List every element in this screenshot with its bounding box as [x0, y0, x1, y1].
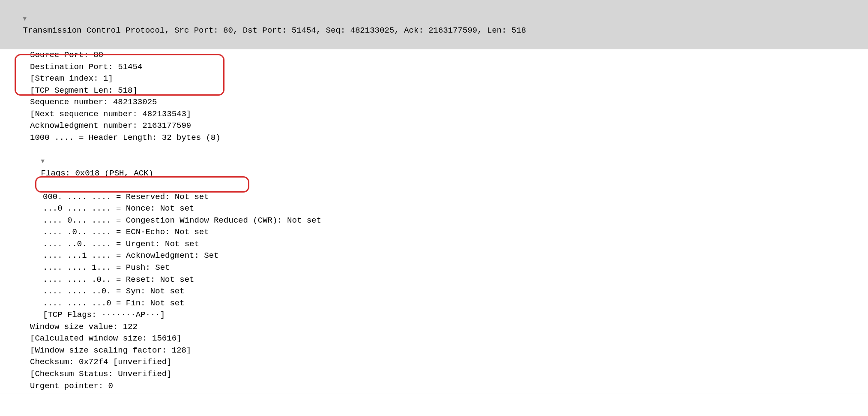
- flag-urgent[interactable]: .... ..0. .... = Urgent: Not set: [0, 238, 868, 250]
- flag-nonce[interactable]: ...0 .... .... = Nonce: Not set: [0, 203, 868, 215]
- field-window-scaling[interactable]: [Window size scaling factor: 128]: [0, 345, 868, 357]
- field-checksum-status[interactable]: [Checksum Status: Unverified]: [0, 368, 868, 380]
- flag-ack[interactable]: .... ...1 .... = Acknowledgment: Set: [0, 250, 868, 262]
- flag-syn[interactable]: .... .... ..0. = Syn: Not set: [0, 286, 868, 298]
- tcp-flags-string[interactable]: [TCP Flags: ·······AP···]: [0, 309, 868, 321]
- caret-down-icon: ▼: [41, 157, 47, 166]
- tcp-summary: Transmission Control Protocol, Src Port:…: [23, 26, 526, 35]
- field-checksum[interactable]: Checksum: 0x72f4 [unverified]: [0, 356, 868, 368]
- flag-reset[interactable]: .... .... .0.. = Reset: Not set: [0, 274, 868, 286]
- flags-summary: Flags: 0x018 (PSH, ACK): [41, 169, 153, 178]
- field-urgent-pointer[interactable]: Urgent pointer: 0: [0, 380, 868, 392]
- field-dst-port[interactable]: Destination Port: 51454: [0, 61, 868, 73]
- field-stream-index[interactable]: [Stream index: 1]: [0, 73, 868, 85]
- flag-ecn[interactable]: .... .0.. .... = ECN-Echo: Not set: [0, 226, 868, 238]
- field-src-port[interactable]: Source Port: 80: [0, 49, 868, 61]
- tcp-summary-row[interactable]: ▼ Transmission Control Protocol, Src Por…: [0, 0, 868, 49]
- field-tcp-segment-len[interactable]: [TCP Segment Len: 518]: [0, 85, 868, 97]
- field-next-seq-number[interactable]: [Next sequence number: 482133543]: [0, 109, 868, 121]
- field-calc-window-size[interactable]: [Calculated window size: 15616]: [0, 333, 868, 345]
- field-seq-number[interactable]: Sequence number: 482133025: [0, 96, 868, 109]
- flags-summary-row[interactable]: ▼ Flags: 0x018 (PSH, ACK): [0, 144, 868, 191]
- flag-fin[interactable]: .... .... ...0 = Fin: Not set: [0, 298, 868, 310]
- flag-push[interactable]: .... .... 1... = Push: Set: [0, 262, 868, 274]
- packet-details-pane[interactable]: ▼ Transmission Control Protocol, Src Por…: [0, 0, 868, 394]
- field-header-length[interactable]: 1000 .... = Header Length: 32 bytes (8): [0, 132, 868, 144]
- caret-down-icon: ▼: [23, 15, 29, 23]
- field-ack-number[interactable]: Acknowledgment number: 2163177599: [0, 120, 868, 132]
- field-window-size[interactable]: Window size value: 122: [0, 321, 868, 333]
- flag-reserved[interactable]: 000. .... .... = Reserved: Not set: [0, 191, 868, 203]
- flag-cwr[interactable]: .... 0... .... = Congestion Window Reduc…: [0, 215, 868, 227]
